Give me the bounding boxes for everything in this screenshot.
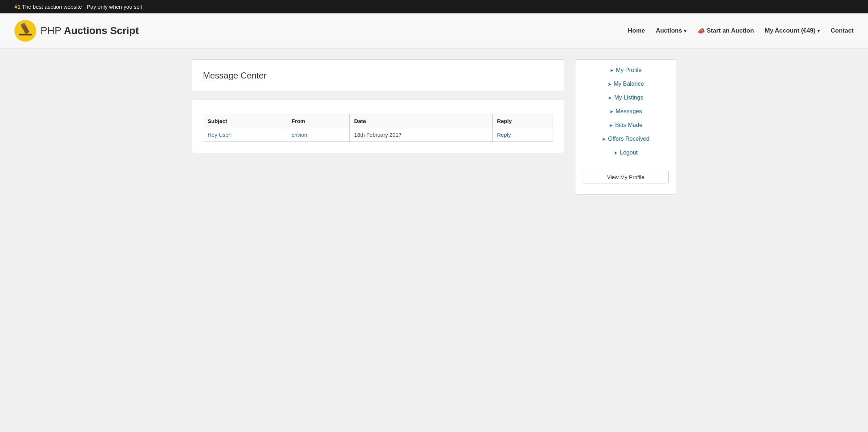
logo[interactable]: PHP Auctions Script <box>14 20 139 42</box>
table-header-row: Subject From Date Reply <box>203 114 553 128</box>
page-wrapper: Message Center Subject From Date Reply H… <box>181 59 687 195</box>
nav-contact[interactable]: Contact <box>831 27 854 34</box>
page-title: Message Center <box>203 71 553 81</box>
sidebar-item-my-profile[interactable]: ➤ My Profile <box>610 67 642 73</box>
top-bar-text: The best auction website - Pay only when… <box>22 4 142 10</box>
sidebar-label-offers-received: Offers Received <box>608 136 649 142</box>
message-from-link[interactable]: crivion <box>292 132 307 138</box>
megaphone-icon: 📣 <box>697 27 705 35</box>
chevron-right-icon: ➤ <box>609 109 613 114</box>
chevron-right-icon: ➤ <box>609 123 613 128</box>
sidebar-nav: ➤ My Profile ➤ My Balance ➤ My Listings … <box>583 67 669 156</box>
col-subject: Subject <box>203 114 287 128</box>
reply-link[interactable]: Reply <box>497 132 511 138</box>
chevron-right-icon: ➤ <box>608 95 612 101</box>
main-content: Message Center Subject From Date Reply H… <box>192 59 564 153</box>
logo-icon <box>14 20 36 42</box>
sidebar-label-logout: Logout <box>620 149 638 156</box>
message-subject: Hey User! <box>203 128 287 142</box>
sidebar-divider <box>583 167 669 167</box>
sidebar-label-my-listings: My Listings <box>614 94 643 101</box>
messages-table: Subject From Date Reply Hey User! crivio… <box>203 114 553 142</box>
nav-start-auction[interactable]: 📣 Start an Auction <box>697 27 754 35</box>
header: PHP Auctions Script Home Auctions ▾ 📣 St… <box>0 13 868 48</box>
col-from: From <box>287 114 350 128</box>
sidebar-item-my-listings[interactable]: ➤ My Listings <box>608 94 643 101</box>
sidebar-item-bids-made[interactable]: ➤ Bids Made <box>609 122 643 128</box>
col-reply: Reply <box>493 114 553 128</box>
table-row: Hey User! crivion 18th February 2017 Rep… <box>203 128 553 142</box>
logo-text-normal: PHP <box>41 25 64 36</box>
chevron-right-icon: ➤ <box>608 81 612 87</box>
main-nav: Home Auctions ▾ 📣 Start an Auction My Ac… <box>628 27 854 35</box>
nav-auctions[interactable]: Auctions ▾ <box>656 27 686 34</box>
chevron-right-icon: ➤ <box>614 150 618 156</box>
sidebar: ➤ My Profile ➤ My Balance ➤ My Listings … <box>575 59 676 195</box>
sidebar-item-logout[interactable]: ➤ Logout <box>614 149 638 156</box>
sidebar-item-offers-received[interactable]: ➤ Offers Received <box>602 136 649 142</box>
chevron-right-icon: ➤ <box>602 136 606 142</box>
message-reply: Reply <box>493 128 553 142</box>
sidebar-item-my-balance[interactable]: ➤ My Balance <box>608 81 644 87</box>
auctions-dropdown-arrow: ▾ <box>684 28 686 34</box>
my-account-dropdown-arrow: ▾ <box>817 28 820 34</box>
nav-my-account[interactable]: My Account (€49) ▾ <box>765 27 820 34</box>
top-bar-highlight: #1 <box>14 4 21 10</box>
nav-start-auction-label: Start an Auction <box>707 27 754 34</box>
svg-rect-1 <box>19 34 32 35</box>
sidebar-item-messages[interactable]: ➤ Messages <box>609 108 642 115</box>
chevron-right-icon: ➤ <box>610 68 614 73</box>
view-my-profile-button[interactable]: View My Profile <box>583 171 669 183</box>
sidebar-label-my-balance: My Balance <box>614 81 644 87</box>
nav-home[interactable]: Home <box>628 27 645 34</box>
sidebar-label-my-profile: My Profile <box>616 67 642 73</box>
logo-text-bold: Auctions Script <box>64 25 139 36</box>
top-bar: #1 The best auction website - Pay only w… <box>0 0 868 13</box>
message-date: 18th February 2017 <box>350 128 493 142</box>
col-date: Date <box>350 114 493 128</box>
sidebar-label-bids-made: Bids Made <box>615 122 643 128</box>
sidebar-label-messages: Messages <box>616 108 642 115</box>
message-from: crivion <box>287 128 350 142</box>
nav-my-account-label: My Account (€49) <box>765 27 816 34</box>
logo-text: PHP Auctions Script <box>41 25 139 37</box>
messages-card: Subject From Date Reply Hey User! crivio… <box>192 99 564 153</box>
message-subject-link[interactable]: Hey User! <box>208 132 232 138</box>
title-card: Message Center <box>192 59 564 92</box>
nav-auctions-label: Auctions <box>656 27 682 34</box>
